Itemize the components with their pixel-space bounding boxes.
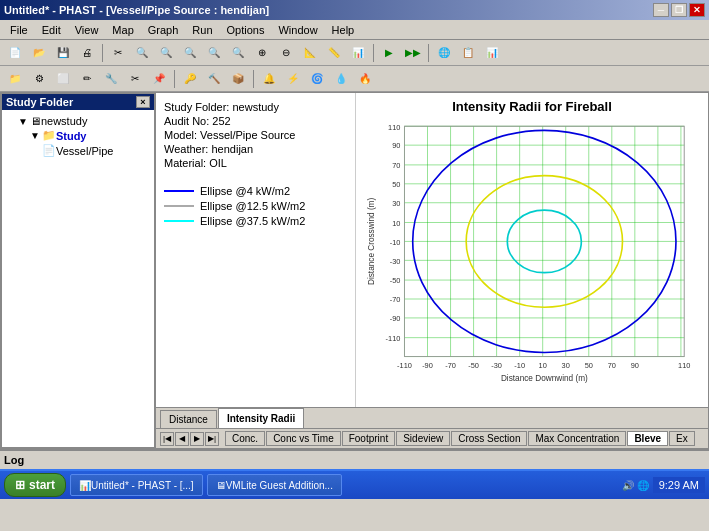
btab-conc[interactable]: Conc. <box>225 431 265 446</box>
close-button[interactable]: ✕ <box>689 3 705 17</box>
btab-ex[interactable]: Ex <box>669 431 695 446</box>
tool2-btn6[interactable]: ✂ <box>124 68 146 90</box>
svg-text:10: 10 <box>539 361 547 370</box>
tool2-btn10[interactable]: 📦 <box>227 68 249 90</box>
tab-distance[interactable]: Distance <box>160 410 217 428</box>
legend-item-2: Ellipse @12.5 kW/m2 <box>164 200 347 212</box>
open-btn[interactable]: 📂 <box>28 42 50 64</box>
legend-label-3: Ellipse @37.5 kW/m2 <box>200 215 305 227</box>
tool-btn4[interactable]: 🔍 <box>179 42 201 64</box>
tool-btn7[interactable]: ⊕ <box>251 42 273 64</box>
svg-text:-30: -30 <box>390 257 401 266</box>
save-btn[interactable]: 💾 <box>52 42 74 64</box>
chart-btn[interactable]: 📊 <box>481 42 503 64</box>
tool2-btn4[interactable]: ✏ <box>76 68 98 90</box>
tool2-btn13[interactable]: 🌀 <box>306 68 328 90</box>
btab-max-conc[interactable]: Max Concentration <box>528 431 626 446</box>
svg-text:30: 30 <box>392 199 400 208</box>
menu-file[interactable]: File <box>4 22 34 38</box>
tool-btn2[interactable]: 🔍 <box>131 42 153 64</box>
new-btn[interactable]: 📄 <box>4 42 26 64</box>
run-btn[interactable]: ▶ <box>378 42 400 64</box>
svg-text:50: 50 <box>585 361 593 370</box>
tool2-btn2[interactable]: ⚙ <box>28 68 50 90</box>
legend-line-3 <box>164 220 194 222</box>
tool2-btn15[interactable]: 🔥 <box>354 68 376 90</box>
tool2-btn12[interactable]: ⚡ <box>282 68 304 90</box>
vmlite-label: VMLite Guest Addition... <box>226 480 333 491</box>
tool-btn9[interactable]: 📐 <box>299 42 321 64</box>
tree-newstudy[interactable]: ▼ 🖥 newstudy <box>18 114 150 128</box>
nav-first[interactable]: |◀ <box>160 432 174 446</box>
btab-cross-section[interactable]: Cross Section <box>451 431 527 446</box>
menu-help[interactable]: Help <box>326 22 361 38</box>
btab-footprint[interactable]: Footprint <box>342 431 395 446</box>
tool2-btn5[interactable]: 🔧 <box>100 68 122 90</box>
tool2-btn9[interactable]: 🔨 <box>203 68 225 90</box>
sep1 <box>102 44 103 62</box>
right-panel: Study Folder: newstudy Audit No: 252 Mod… <box>155 92 709 449</box>
tool-btn3[interactable]: 🔍 <box>155 42 177 64</box>
svg-text:-50: -50 <box>390 276 401 285</box>
nav-next[interactable]: ▶ <box>190 432 204 446</box>
svg-text:-110: -110 <box>386 334 401 343</box>
window-controls: ─ ❐ ✕ <box>653 3 705 17</box>
globe-btn[interactable]: 🌐 <box>433 42 455 64</box>
nav-prev[interactable]: ◀ <box>175 432 189 446</box>
start-label: start <box>29 478 55 492</box>
material-info: Material: OIL <box>164 157 347 169</box>
btab-sideview[interactable]: Sideview <box>396 431 450 446</box>
audit-no-info: Audit No: 252 <box>164 115 347 127</box>
window-title: Untitled* - PHAST - [Vessel/Pipe Source … <box>4 4 269 16</box>
tool-btn5[interactable]: 🔍 <box>203 42 225 64</box>
chart-legend: Ellipse @4 kW/m2 Ellipse @12.5 kW/m2 Ell… <box>164 185 347 227</box>
newstudy-icon: 🖥 <box>30 115 41 127</box>
tool2-btn3[interactable]: ⬜ <box>52 68 74 90</box>
nav-last[interactable]: ▶| <box>205 432 219 446</box>
tool2-btn7[interactable]: 📌 <box>148 68 170 90</box>
chart-area: Intensity Radii for Fireball <box>356 93 708 407</box>
tree-vessel-pipe[interactable]: 📄 Vessel/Pipe <box>42 143 150 158</box>
btab-bleve[interactable]: Bleve <box>627 431 668 446</box>
tool2-btn8[interactable]: 🔑 <box>179 68 201 90</box>
tool-btn10[interactable]: 📏 <box>323 42 345 64</box>
panel-close-button[interactable]: × <box>136 96 150 108</box>
restore-button[interactable]: ❐ <box>671 3 687 17</box>
tab-intensity-radii[interactable]: Intensity Radii <box>218 408 304 428</box>
systray-icons: 🔊 🌐 <box>622 480 649 491</box>
tool-btn8[interactable]: ⊖ <box>275 42 297 64</box>
taskbar-right: 🔊 🌐 9:29 AM <box>622 477 705 493</box>
menu-map[interactable]: Map <box>106 22 139 38</box>
tool-btn6[interactable]: 🔍 <box>227 42 249 64</box>
doc-btn[interactable]: 📋 <box>457 42 479 64</box>
menu-view[interactable]: View <box>69 22 105 38</box>
print-btn[interactable]: 🖨 <box>76 42 98 64</box>
taskbar-phast[interactable]: 📊 Untitled* - PHAST - [...] <box>70 474 203 496</box>
content-area: Study Folder: newstudy Audit No: 252 Mod… <box>156 93 708 407</box>
menu-options[interactable]: Options <box>221 22 271 38</box>
taskbar-vmlite[interactable]: 🖥 VMLite Guest Addition... <box>207 474 342 496</box>
tool2-btn1[interactable]: 📁 <box>4 68 26 90</box>
svg-text:Distance Crosswind (m): Distance Crosswind (m) <box>367 198 376 285</box>
svg-text:-90: -90 <box>422 361 433 370</box>
legend-item-1: Ellipse @4 kW/m2 <box>164 185 347 197</box>
svg-text:Distance Downwind (m): Distance Downwind (m) <box>501 374 588 383</box>
tool2-btn11[interactable]: 🔔 <box>258 68 280 90</box>
taskbar: ⊞ start 📊 Untitled* - PHAST - [...] 🖥 VM… <box>0 469 709 499</box>
cut-btn[interactable]: ✂ <box>107 42 129 64</box>
menu-edit[interactable]: Edit <box>36 22 67 38</box>
menu-window[interactable]: Window <box>272 22 323 38</box>
run2-btn[interactable]: ▶▶ <box>402 42 424 64</box>
svg-text:30: 30 <box>562 361 570 370</box>
btab-conc-vs-time[interactable]: Conc vs Time <box>266 431 341 446</box>
menu-run[interactable]: Run <box>186 22 218 38</box>
minimize-button[interactable]: ─ <box>653 3 669 17</box>
menu-graph[interactable]: Graph <box>142 22 185 38</box>
tabs-bar: Distance Intensity Radii <box>156 407 708 429</box>
bottom-nav: |◀ ◀ ▶ ▶| Conc. Conc vs Time Footprint S… <box>156 428 708 448</box>
tool-btn11[interactable]: 📊 <box>347 42 369 64</box>
tree-study[interactable]: ▼ 📁 Study <box>30 128 150 143</box>
tool2-btn14[interactable]: 💧 <box>330 68 352 90</box>
start-button[interactable]: ⊞ start <box>4 473 66 497</box>
chart-title: Intensity Radii for Fireball <box>362 99 702 114</box>
